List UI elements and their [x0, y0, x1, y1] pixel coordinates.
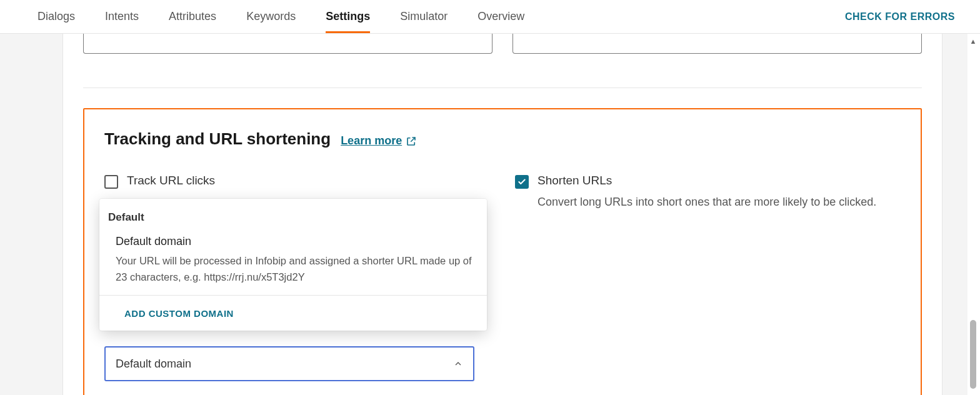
add-custom-domain-button[interactable]: ADD CUSTOM DOMAIN [124, 308, 234, 319]
section-title: Tracking and URL shortening [104, 129, 331, 149]
tab-keywords[interactable]: Keywords [246, 0, 296, 33]
previous-input-right[interactable] [512, 34, 922, 54]
external-link-icon [406, 136, 417, 147]
tracking-section: Tracking and URL shortening Learn more T… [83, 108, 922, 395]
previous-input-left[interactable] [83, 34, 492, 54]
tabs: Dialogs Intents Attributes Keywords Sett… [38, 0, 524, 33]
scrollbar: ▲ [968, 38, 979, 395]
shorten-url-desc: Convert long URLs into short ones that a… [538, 194, 876, 211]
dropdown-option-desc: Your URL will be processed in Infobip an… [116, 253, 474, 285]
options-row: Track URL clicks Default Default domain … [104, 174, 901, 381]
previous-section-row [83, 34, 922, 54]
scrollbar-thumb[interactable] [970, 320, 976, 389]
tab-attributes[interactable]: Attributes [169, 0, 216, 33]
check-for-errors-button[interactable]: CHECK FOR ERRORS [845, 11, 955, 22]
learn-more-label: Learn more [341, 134, 402, 148]
domain-select[interactable]: Default domain [104, 346, 474, 381]
tab-simulator[interactable]: Simulator [400, 0, 448, 33]
track-url-checkbox[interactable] [104, 175, 118, 189]
settings-page: Tracking and URL shortening Learn more T… [62, 34, 942, 395]
chevron-up-icon [453, 359, 463, 369]
domain-select-value: Default domain [116, 358, 191, 371]
section-header: Tracking and URL shortening Learn more [104, 129, 901, 149]
dropdown-footer: ADD CUSTOM DOMAIN [99, 295, 487, 331]
tab-overview[interactable]: Overview [478, 0, 524, 33]
section-divider [83, 88, 922, 88]
track-url-label: Track URL clicks [127, 174, 215, 188]
content-scroll-area: Tracking and URL shortening Learn more T… [0, 34, 968, 395]
learn-more-link[interactable]: Learn more [341, 134, 417, 148]
dropdown-option-title: Default domain [116, 235, 474, 248]
track-url-option: Track URL clicks [104, 174, 490, 189]
top-tab-bar: Dialogs Intents Attributes Keywords Sett… [0, 0, 980, 34]
tab-settings[interactable]: Settings [326, 0, 370, 33]
tab-intents[interactable]: Intents [105, 0, 139, 33]
tab-dialogs[interactable]: Dialogs [38, 0, 75, 33]
shorten-url-checkbox[interactable] [515, 175, 529, 189]
check-icon [518, 178, 526, 186]
scroll-up-arrow-icon[interactable]: ▲ [968, 38, 979, 45]
shorten-url-option: Shorten URLs Convert long URLs into shor… [515, 174, 901, 381]
dropdown-option-default[interactable]: Default domain Your URL will be processe… [99, 229, 487, 295]
domain-dropdown-popup: Default Default domain Your URL will be … [99, 199, 487, 331]
dropdown-group-label: Default [99, 199, 487, 229]
shorten-url-label: Shorten URLs [538, 174, 876, 188]
